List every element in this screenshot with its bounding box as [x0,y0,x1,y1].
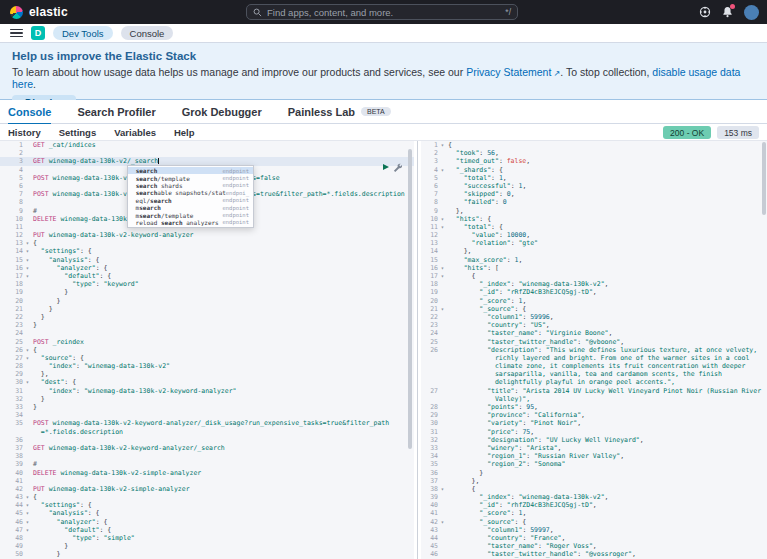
editor-line-21[interactable]: 21 } [0,305,414,313]
output-line-37[interactable]: 37 }, [421,477,767,485]
user-avatar[interactable] [744,5,759,20]
output-line-44[interactable]: 44 "country": "France", [421,534,767,542]
editor-line-22[interactable]: 22 } [0,313,414,321]
editor-line-28[interactable]: 28 "index": "winemag-data-130k-v2" [0,362,414,370]
output-line-27[interactable]: 27 "title": "Arista 2014 UV Lucky Well V… [421,387,767,395]
output-line-wrap[interactable]: delightfully playful in orange peel acce… [421,378,767,386]
output-line-9[interactable]: 9 }, [421,207,767,215]
editor-line-27[interactable]: 27▾ "source": { [0,354,414,362]
tab-grok-debugger[interactable]: Grok Debugger [182,100,262,124]
wrench-icon[interactable] [393,158,402,176]
notifications-bell-icon[interactable] [722,6,733,18]
output-line-38[interactable]: 38▾ { [421,485,767,493]
output-line-20[interactable]: 20 "_score": 1, [421,297,767,305]
output-line-14[interactable]: 14 }, [421,247,767,255]
autocomplete-item--search-template[interactable]: _search/templateendpoint [128,174,253,181]
editor-line-33[interactable]: 33} [0,403,414,411]
elastic-brand[interactable]: elastic [10,5,68,19]
output-line-24[interactable]: 24 "taster_name": "Virginie Boone", [421,329,767,337]
editor-line-43[interactable]: 43▾{ [0,493,414,501]
console-menu-history[interactable]: History [8,127,41,138]
editor-line-12[interactable]: 12PUT winemag-data-130k-v2-keyword-analy… [0,231,414,239]
output-line-22[interactable]: 22 "column1": 59996, [421,313,767,321]
autocomplete-item--reload-search-analyzers[interactable]: _reload_search_analyzersendpoint [128,219,253,226]
editor-line-23[interactable]: 23} [0,321,414,329]
editor-line-45[interactable]: 45▾ "analysis": { [0,509,414,517]
editor-line-38[interactable]: 38 [0,452,414,460]
output-line-35[interactable]: 35 "region_2": "Sonoma" [421,460,767,468]
editor-line-39[interactable]: 39# [0,460,414,468]
send-request-icon[interactable] [383,164,389,170]
output-line-31[interactable]: 31 "price": 75, [421,428,767,436]
output-line-28[interactable]: 28 "points": 95, [421,403,767,411]
tab-console[interactable]: Console [8,100,51,124]
output-line-wrap[interactable]: sarsaparilla, vanilla, tea and cardamom … [421,370,767,378]
output-line-25[interactable]: 25 "taster_twitter_handle": "@vboone", [421,338,767,346]
output-line-3[interactable]: 3 "timed_out": false, [421,157,767,165]
editor-line-20[interactable]: 20 } [0,297,414,305]
output-line-21[interactable]: 21▾ "_source": { [421,305,767,313]
editor-line-30[interactable]: 30▾ "dest": { [0,378,414,386]
editor-line-34[interactable]: 34 [0,411,414,419]
autocomplete-item--search[interactable]: _searchendpoint [128,167,253,174]
editor-line-46[interactable]: 46▾ "analyzer": { [0,518,414,526]
output-line-5[interactable]: 5 "total": 1, [421,174,767,182]
editor-line-48[interactable]: 48 "type": "simple" [0,534,414,542]
output-line-11[interactable]: 11▾ "total": { [421,223,767,231]
autocomplete-item--eql-search[interactable]: _eql/searchendpoint [128,197,253,204]
global-search-input[interactable]: Find apps, content, and more. */ [246,4,518,20]
editor-line-14[interactable]: 14▾ "settings": { [0,247,414,255]
editor-line-50[interactable]: 50 } [0,550,414,558]
output-line-36[interactable]: 36 } [421,469,767,477]
autocomplete-item--searchable-snapshots-stats[interactable]: _searchable_snapshots/statsendpoi_ [128,189,253,196]
editor-line-13[interactable]: 13▾{ [0,239,414,247]
editor-line-1[interactable]: 1GET _cat/indices [0,141,414,149]
autocomplete-item--msearch[interactable]: _msearchendpoint [128,204,253,211]
output-line-41[interactable]: 41 "_score": 1, [421,509,767,517]
editor-line-29[interactable]: 29 }, [0,370,414,378]
output-line-23[interactable]: 23 "country": "US", [421,321,767,329]
editor-line-2[interactable]: 2 [0,149,414,157]
breadcrumb-dev-tools[interactable]: Dev Tools [53,26,113,40]
autocomplete-item--msearch-template[interactable]: _msearch/templateendpoint [128,211,253,218]
editor-line-37[interactable]: 37GET winemag-data-130k-v2-keyword-analy… [0,444,414,452]
output-line-39[interactable]: 39 "_index": "winemag-data-130k-v2", [421,493,767,501]
output-line-12[interactable]: 12 "value": 10000, [421,231,767,239]
output-line-18[interactable]: 18 "_index": "winemag-data-130k-v2", [421,280,767,288]
editor-line-36[interactable]: 36 [0,436,414,444]
output-line-wrap[interactable]: Valley)", [421,395,767,403]
output-line-1[interactable]: 1▾{ [421,141,767,149]
editor-line-40[interactable]: 40DELETE winemag-data-130k-v2-simple-ana… [0,469,414,477]
editor-line-31[interactable]: 31 "index": "winemag-data-130k-v2-keywor… [0,387,414,395]
editor-line-32[interactable]: 32 } [0,395,414,403]
output-line-40[interactable]: 40 "_id": "rhfZD4cB3hEJCQ5gj-tD", [421,501,767,509]
output-line-13[interactable]: 13 "relation": "gte" [421,239,767,247]
editor-line-41[interactable]: 41 [0,477,414,485]
output-line-8[interactable]: 8 "failed": 0 [421,198,767,206]
editor-line-26[interactable]: 26▾{ [0,346,414,354]
request-editor[interactable]: 1GET _cat/indices23GET winemag-data-130k… [0,141,414,559]
output-line-7[interactable]: 7 "skipped": 0, [421,190,767,198]
console-menu-help[interactable]: Help [174,127,195,138]
output-line-46[interactable]: 46 "taster_twitter_handle": "@vossroger"… [421,550,767,558]
help-gear-icon[interactable] [699,6,711,18]
output-line-26[interactable]: 26 "description": "This wine defines lux… [421,346,767,354]
output-line-45[interactable]: 45 "taster_name": "Roger Voss", [421,542,767,550]
editor-line-24[interactable]: 24 [0,329,414,337]
output-line-30[interactable]: 30 "variety": "Pinot Noir", [421,419,767,427]
editor-line-44[interactable]: 44▾ "settings": { [0,501,414,509]
menu-hamburger-icon[interactable] [10,29,23,38]
editor-line-42[interactable]: 42PUT winemag-data-130k-v2-simple-analyz… [0,485,414,493]
console-menu-variables[interactable]: Variables [114,127,156,138]
output-line-15[interactable]: 15 "max_score": 1, [421,256,767,264]
output-line-10[interactable]: 10▾ "hits": { [421,215,767,223]
response-output[interactable]: 1▾{2 "took": 56,3 "timed_out": false,4▾ … [421,141,767,559]
editor-line-16[interactable]: 16▾ "analyzer": { [0,264,414,272]
output-line-43[interactable]: 43 "column1": 59997, [421,526,767,534]
editor-line-25[interactable]: 25POST _reindex [0,338,414,346]
output-scrollbar[interactable] [762,142,766,215]
output-line-6[interactable]: 6 "successful": 1, [421,182,767,190]
output-line-wrap[interactable]: richly layered and bright. From one of t… [421,354,767,362]
privacy-statement-link[interactable]: Privacy Statement [466,66,551,78]
editor-scrollbar[interactable] [408,149,412,449]
